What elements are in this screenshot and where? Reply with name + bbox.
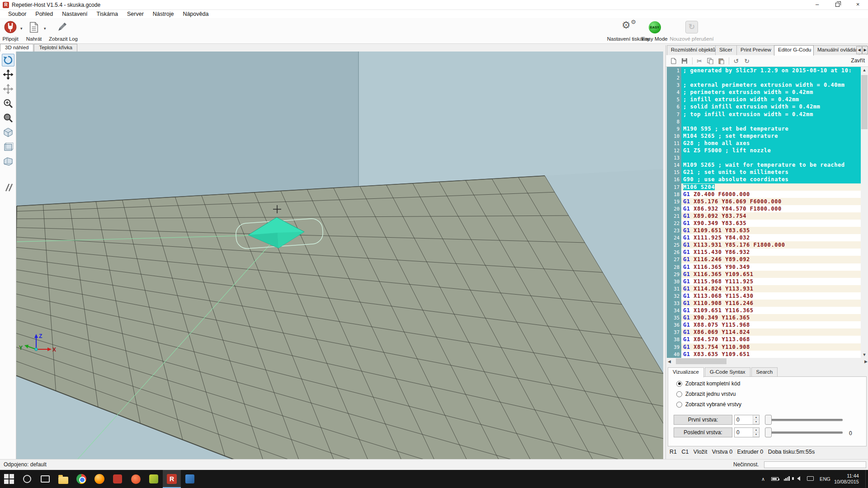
gcode-line[interactable]: 36G1 X88.075 Y115.968 xyxy=(667,321,861,328)
gcode-line[interactable]: 7; top infill extrusion width = 0.42mm xyxy=(667,111,861,118)
gcode-line[interactable]: 33G1 X110.908 Y116.246 xyxy=(667,300,861,307)
gcode-line[interactable]: 9M190 S95 ; set bed temperature xyxy=(667,125,861,132)
restore-button[interactable] xyxy=(827,0,848,10)
gcode-line[interactable]: 30G1 X115.968 Y111.925 xyxy=(667,278,861,285)
redo-icon[interactable]: ↻ xyxy=(742,57,752,65)
radio-option[interactable]: Zobrazit kompletní kód xyxy=(676,380,740,387)
gcode-line[interactable]: 5; infill extrusion width = 0.42mm xyxy=(667,96,861,103)
gcode-line[interactable]: 22G1 X90.349 Y83.635 xyxy=(667,220,861,227)
gcode-line[interactable]: 25G1 X113.931 Y85.176 F1800.000 xyxy=(667,241,861,249)
menu-item-pohled[interactable]: Pohled xyxy=(31,10,57,18)
slider-thumb[interactable] xyxy=(765,427,772,437)
gcode-line[interactable]: 20G1 X86.932 Y84.570 F1800.000 xyxy=(667,205,861,212)
view-tab-3d-n-hled[interactable]: 3D náhled xyxy=(0,44,33,52)
volume-icon[interactable] xyxy=(793,476,804,482)
viz-tab-vizualizace[interactable]: Vizualizace xyxy=(668,367,704,377)
menu-item-tiskrna[interactable]: Tiskárna xyxy=(92,10,123,18)
gcode-line[interactable]: 29G1 X116.365 Y109.651 xyxy=(667,271,861,278)
first-layer-slider[interactable] xyxy=(765,415,843,425)
gcode-line[interactable]: 17M106 S204 xyxy=(667,183,861,191)
gcode-line[interactable]: 23G1 X109.651 Y83.635 xyxy=(667,227,861,234)
rotate-view-icon[interactable] xyxy=(2,54,14,66)
radio-option[interactable]: Zobrazit jednu vrstvu xyxy=(676,391,736,397)
connect-button[interactable]: Připojit xyxy=(2,20,19,42)
menu-item-server[interactable]: Server xyxy=(123,10,148,18)
viewport-3d[interactable]: Z X Y xyxy=(0,52,663,459)
gcode-line[interactable]: 40G1 X83.635 Y109.651 xyxy=(667,351,861,358)
gcode-line[interactable]: 10M104 S265 ; set temperature xyxy=(667,132,861,140)
viz-tab-search[interactable]: Search xyxy=(751,367,778,377)
gcode-line[interactable]: 21G1 X89.092 Y83.754 xyxy=(667,212,861,220)
gcode-line[interactable]: 11G28 ; home all axes xyxy=(667,140,861,147)
spinner-arrows[interactable]: ▲▼ xyxy=(753,428,759,437)
load-dropdown[interactable]: ▾ xyxy=(44,26,46,31)
vertical-scroll-thumb[interactable] xyxy=(861,75,868,129)
panel-tab-rozm-st-n-objekt-[interactable]: Rozmístění objektů xyxy=(667,45,716,55)
gcode-line[interactable]: 14M109 S265 ; wait for temperature to be… xyxy=(667,161,861,169)
scroll-left-icon[interactable]: ◀ xyxy=(668,359,671,364)
taskbar-firefox-icon[interactable] xyxy=(90,470,108,488)
gcode-line[interactable]: 37G1 X86.069 Y114.824 xyxy=(667,328,861,336)
editor-close-button[interactable]: Zavřít xyxy=(851,57,865,64)
taskbar-repetier-host-icon[interactable]: R xyxy=(163,470,181,488)
gcode-line[interactable]: 18G1 Z0.400 F6000.000 xyxy=(667,191,861,198)
copy-icon[interactable] xyxy=(705,57,715,65)
gcode-line[interactable]: 6; solid infill extrusion width = 0.42mm xyxy=(667,103,861,110)
gcode-line[interactable]: 19G1 X85.176 Y86.069 F6000.000 xyxy=(667,198,861,205)
taskbar-task-view-icon[interactable] xyxy=(36,470,54,488)
gcode-line[interactable]: 15G21 ; set units to millimeters xyxy=(667,169,861,176)
scroll-right-icon[interactable]: ▶ xyxy=(864,359,868,364)
gcode-line[interactable]: 27G1 X116.246 Y89.092 xyxy=(667,256,861,263)
move-object-icon[interactable] xyxy=(2,68,14,81)
taskbar-search-icon[interactable] xyxy=(18,470,36,488)
viz-tab-g-code-syntax[interactable]: G-Code Syntax xyxy=(705,367,750,377)
gcode-line[interactable]: 3; external perimeters extrusion width =… xyxy=(667,81,861,89)
cut-icon[interactable]: ✂ xyxy=(694,57,704,65)
gcode-line[interactable]: 28G1 X116.365 Y90.349 xyxy=(667,263,861,271)
menu-item-nstroje[interactable]: Nástroje xyxy=(148,10,179,18)
side-view-icon[interactable] xyxy=(2,155,14,168)
touch-keyboard-icon[interactable] xyxy=(804,476,816,482)
menu-item-soubor[interactable]: Soubor xyxy=(4,10,31,18)
tab-scroll-left-button[interactable]: ◀ xyxy=(856,46,862,54)
spinner-arrows[interactable]: ▲▼ xyxy=(753,415,759,424)
gcode-line[interactable]: 26G1 X115.430 Y86.932 xyxy=(667,249,861,256)
editor-vertical-scrollbar[interactable]: ▲ ▼ xyxy=(861,67,868,358)
clock[interactable]: 11:44 10/08/2015 xyxy=(834,473,863,485)
isometric-view-icon[interactable] xyxy=(2,126,14,139)
move-viewpoint-icon[interactable] xyxy=(2,83,14,95)
gcode-line[interactable]: 32G1 X113.068 Y115.430 xyxy=(667,292,861,300)
radio-option[interactable]: Zobrazit vybrané vrstvy xyxy=(676,401,741,408)
battery-icon[interactable] xyxy=(769,476,781,482)
minimize-button[interactable]: – xyxy=(807,0,827,10)
panel-tab-slicer[interactable]: Slicer xyxy=(715,45,737,55)
editor-horizontal-scrollbar[interactable]: ◀ ▶ xyxy=(667,358,868,365)
front-view-icon[interactable] xyxy=(2,141,14,153)
menu-item-nastaven[interactable]: Nastavení xyxy=(57,10,92,18)
gcode-line[interactable]: 4; perimeters extrusion width = 0.42mm xyxy=(667,89,861,96)
close-button[interactable]: × xyxy=(848,0,868,10)
taskbar-app-green-icon[interactable] xyxy=(145,470,163,488)
gcode-editor[interactable]: 1; generated by Slic3r 1.2.9 on 2015-08-… xyxy=(667,67,861,358)
menu-item-npovda[interactable]: Nápověda xyxy=(178,10,213,18)
slider-thumb[interactable] xyxy=(765,415,772,425)
gcode-line[interactable]: 2 xyxy=(667,74,861,81)
taskbar-chrome-icon[interactable] xyxy=(72,470,90,488)
zoom-view-icon[interactable] xyxy=(2,97,14,110)
gcode-line[interactable]: 1; generated by Slic3r 1.2.9 on 2015-08-… xyxy=(667,67,861,74)
last-layer-slider[interactable] xyxy=(765,427,843,437)
tab-scroll-right-button[interactable]: ▶ xyxy=(862,46,868,54)
gcode-line[interactable]: 39G1 X83.754 Y110.908 xyxy=(667,343,861,351)
gcode-line[interactable]: 13 xyxy=(667,154,861,161)
first-layer-spinner[interactable]: 0 ▲▼ xyxy=(734,415,760,425)
first-layer-button[interactable]: První vrstva: xyxy=(674,415,732,425)
paste-icon[interactable] xyxy=(716,57,726,65)
panel-tab-manu-ln-ovl-d-n-[interactable]: Manuální ovládání xyxy=(813,45,859,55)
easy-mode-button[interactable]: EASY Easy Mode xyxy=(641,20,668,42)
gcode-line[interactable]: 35G1 X90.349 Y116.365 xyxy=(667,314,861,321)
taskbar-app-red-icon[interactable] xyxy=(108,470,127,488)
network-icon[interactable] xyxy=(781,476,793,482)
gcode-line[interactable]: 16G90 ; use absolute coordinates xyxy=(667,176,861,183)
panel-tab-editor-g-codu[interactable]: Editor G-Codu xyxy=(774,45,814,56)
scroll-up-icon[interactable]: ▲ xyxy=(861,68,868,72)
